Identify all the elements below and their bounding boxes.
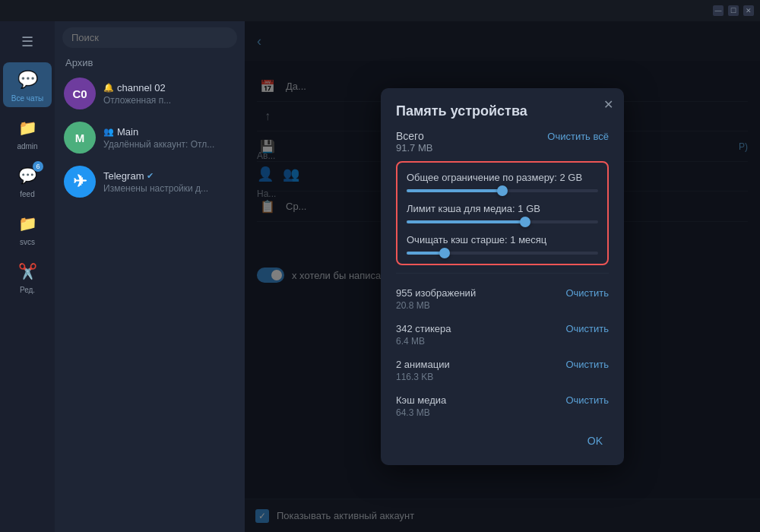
slider2-thumb[interactable] — [520, 217, 530, 227]
sidebar-item-svcs[interactable]: 📁 svcs — [3, 206, 52, 251]
chat-list-panel: Архив C0 🔔 channel 02 Отложенная п... M … — [55, 21, 245, 532]
clear-stickers-button[interactable]: Очистить — [565, 323, 609, 334]
cache-size: 20.8 MB — [396, 300, 476, 311]
cache-name: Кэш медиа — [396, 394, 446, 406]
slider1-fill — [407, 189, 502, 192]
cache-item-animations: 2 анимации 116.3 KB Очистить — [396, 353, 609, 388]
slider3-label: Очищать кэш старше: 1 месяц — [407, 234, 598, 245]
verified-icon: ✔ — [147, 171, 154, 181]
cache-item-media-cache: Кэш медиа 64.3 MB Очистить — [396, 388, 609, 424]
sliders-highlight-box: Общее ограничение по размеру: 2 GB Лимит… — [396, 161, 609, 265]
minimize-button[interactable]: — — [713, 5, 724, 16]
hamburger-icon: ☰ — [21, 33, 33, 50]
clear-media-cache-button[interactable]: Очистить — [565, 394, 609, 406]
chat-item-channel02[interactable]: C0 🔔 channel 02 Отложенная п... — [55, 71, 245, 116]
chat-name: Telegram ✔ — [103, 170, 236, 182]
clear-images-button[interactable]: Очистить — [565, 287, 609, 299]
cache-item-stickers: 342 стикера 6.4 MB Очистить — [396, 317, 609, 353]
slider1-track[interactable] — [407, 189, 598, 192]
ok-button[interactable]: OK — [581, 432, 609, 450]
cache-size: 116.3 KB — [396, 372, 450, 382]
avatar-telegram: ✈ — [64, 166, 96, 198]
modal-title: Память устройства — [396, 103, 609, 119]
chat-preview: Изменены настройки д... — [103, 183, 236, 194]
clear-all-button[interactable]: Очистить всё — [547, 131, 609, 142]
svcs-icon: 📁 — [14, 211, 40, 236]
modal-close-button[interactable]: ✕ — [603, 97, 613, 112]
sidebar-item-feed[interactable]: 💬 6 feed — [3, 158, 52, 203]
group-icon: 👥 — [103, 127, 114, 137]
slider3-thumb[interactable] — [439, 248, 450, 258]
archive-header: Архив — [55, 54, 245, 71]
chat-item-telegram[interactable]: ✈ Telegram ✔ Изменены настройки д... — [55, 160, 245, 204]
modal-backdrop: Память устройства ✕ Всего 91.7 MB Очисти… — [245, 21, 760, 532]
cache-name: 342 стикера — [396, 323, 451, 334]
modal-footer: OK — [396, 432, 609, 450]
chat-preview: Удалённый аккаунт: Отл... — [103, 139, 236, 150]
admin-icon: 📁 — [14, 115, 40, 141]
cache-item-images: 955 изображений 20.8 MB Очистить — [396, 281, 609, 317]
sidebar-item-all-chats[interactable]: 💬 Все чаты — [3, 62, 52, 107]
chat-info: 🔔 channel 02 Отложенная п... — [103, 82, 236, 106]
sidebar-item-label: Все чаты — [11, 94, 43, 103]
slider1-thumb[interactable] — [497, 185, 508, 196]
cache-name: 955 изображений — [396, 287, 476, 299]
slider-row-media-limit: Лимит кэша для медиа: 1 GB — [407, 203, 598, 223]
red-icon: ✂️ — [14, 258, 40, 284]
feed-badge: 6 — [33, 161, 43, 172]
sidebar-item-label: admin — [17, 142, 37, 150]
slider-row-total-limit: Общее ограничение по размеру: 2 GB — [407, 172, 598, 192]
chat-item-main[interactable]: M 👥 Main Удалённый аккаунт: Отл... — [55, 116, 245, 160]
total-value: 91.7 MB — [396, 142, 432, 154]
total-label: Всего — [396, 130, 432, 142]
slider3-track[interactable] — [407, 252, 598, 255]
cache-name: 2 анимации — [396, 359, 450, 370]
chat-preview: Отложенная п... — [103, 95, 236, 106]
maximize-button[interactable]: ☐ — [728, 5, 739, 16]
icon-sidebar: ☰ 💬 Все чаты 📁 admin 💬 6 feed 📁 svcs ✂️ … — [0, 21, 55, 532]
clear-animations-button[interactable]: Очистить — [565, 359, 609, 370]
avatar-main: M — [64, 122, 96, 154]
chat-info: Telegram ✔ Изменены настройки д... — [103, 170, 236, 194]
search-input[interactable] — [62, 27, 237, 48]
slider1-label: Общее ограничение по размеру: 2 GB — [407, 172, 598, 183]
close-button[interactable]: ✕ — [743, 5, 754, 16]
slider-row-clear-age: Очищать кэш старше: 1 месяц — [407, 234, 598, 255]
chat-name: 🔔 channel 02 — [103, 82, 236, 93]
cache-size: 64.3 MB — [396, 407, 446, 418]
slider2-label: Лимит кэша для медиа: 1 GB — [407, 203, 598, 214]
search-bar — [55, 21, 245, 54]
cache-size: 6.4 MB — [396, 336, 451, 347]
sidebar-item-label: svcs — [20, 238, 35, 246]
slider2-fill — [407, 220, 525, 223]
title-bar: — ☐ ✕ — [0, 0, 760, 21]
notif-icon: 🔔 — [103, 83, 114, 93]
all-chats-icon: 💬 — [14, 67, 40, 93]
sidebar-item-admin[interactable]: 📁 admin — [3, 110, 52, 155]
device-memory-modal: Память устройства ✕ Всего 91.7 MB Очисти… — [381, 88, 624, 465]
sidebar-item-label: Ред. — [20, 286, 35, 294]
sidebar-item-label: feed — [20, 190, 34, 198]
right-panel: ‹ 📅 Да... ↑ 💾 P) ↓ 📋 Ср... — [245, 21, 760, 532]
sidebar-menu-button[interactable]: ☰ — [3, 29, 52, 55]
modal-divider — [396, 273, 609, 274]
slider2-track[interactable] — [407, 220, 598, 223]
chat-name: 👥 Main — [103, 126, 236, 138]
avatar-channel02: C0 — [64, 78, 96, 109]
sidebar-item-red[interactable]: ✂️ Ред. — [3, 254, 52, 299]
modal-total-row: Всего 91.7 MB Очистить всё — [396, 130, 609, 154]
chat-info: 👥 Main Удалённый аккаунт: Отл... — [103, 126, 236, 150]
